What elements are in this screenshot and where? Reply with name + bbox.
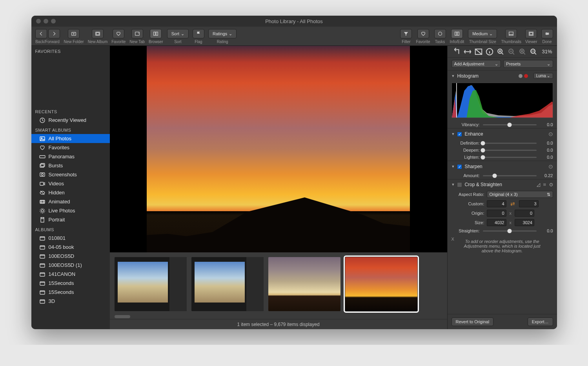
sidebar-item-animated[interactable]: Animated xyxy=(31,197,110,206)
favorite-button[interactable] xyxy=(113,29,124,38)
disclosure-triangle-icon: ▼ xyxy=(451,183,455,187)
enhance-header[interactable]: ▼ ✓ Enhance ⊙ xyxy=(448,129,557,140)
export-button[interactable]: Export… xyxy=(528,317,553,326)
filter-button[interactable] xyxy=(400,29,412,38)
new-folder-button[interactable] xyxy=(68,29,80,38)
thumbnail-1[interactable] xyxy=(115,257,187,311)
lighten-slider[interactable]: Lighten:0.0 xyxy=(448,154,557,161)
zoom-100-icon[interactable]: 100 xyxy=(529,48,538,56)
done-button[interactable] xyxy=(541,29,553,38)
sidebar-album-100eos5d-1-[interactable]: 100EOS5D (1) xyxy=(31,261,110,270)
sidebar-item-live-photos[interactable]: Live Photos xyxy=(31,206,110,215)
definition-slider[interactable]: Definition:0.0 xyxy=(448,140,557,147)
sidebar-item-all-photos[interactable]: All Photos xyxy=(31,134,110,143)
histogram-header[interactable]: ▼ Histogram Luma ⌄ xyxy=(448,71,557,81)
thumbnail-2[interactable] xyxy=(191,257,264,311)
sidebar-item-bursts[interactable]: Bursts xyxy=(31,161,110,170)
main-image-viewer[interactable] xyxy=(110,46,447,252)
histogram-mode-select[interactable]: Luma ⌄ xyxy=(533,73,553,79)
sidebar-album-010801[interactable]: 010801 xyxy=(31,234,110,243)
disclosure-triangle-icon: ▼ xyxy=(451,165,455,169)
sidebar-album-15seconds[interactable]: 15Seconds xyxy=(31,279,110,288)
vibrancy-slider[interactable]: Vibrancy: 0.0 xyxy=(448,121,557,128)
traffic-lights xyxy=(36,19,56,24)
sidebar-album-3d[interactable]: 3D xyxy=(31,297,110,306)
thumbnails-button[interactable] xyxy=(505,29,517,38)
zoom-window-button[interactable] xyxy=(51,19,56,24)
aspect-ratio-select[interactable]: Original (4 x 3)⇅ xyxy=(487,191,553,198)
crop-header[interactable]: ▼ Crop & Straighten ◿ ⌗ ⊙ xyxy=(448,179,557,190)
sharpen-header[interactable]: ▼ ✓ Sharpen ⊙ xyxy=(448,161,557,172)
sidebar-item-portrait[interactable]: Portrait xyxy=(31,215,110,224)
enhance-checkbox[interactable]: ✓ xyxy=(457,132,462,137)
sidebar-item-hidden[interactable]: Hidden xyxy=(31,188,110,197)
amount-slider[interactable]: Amount:0.22 xyxy=(448,172,557,179)
tasks-button[interactable] xyxy=(434,29,446,38)
presets-menu[interactable]: Presets⌄ xyxy=(503,60,553,68)
sidebar-item-videos[interactable]: Videos xyxy=(31,179,110,188)
sidebar-item-favorites[interactable]: Favorites xyxy=(31,143,110,152)
more-icon[interactable]: ⊙ xyxy=(548,163,553,170)
sidebar-album-15seconds[interactable]: 15Seconds xyxy=(31,288,110,297)
sidebar-album-100eos5d[interactable]: 100EOS5D xyxy=(31,252,110,261)
sidebar-album-04-05-book[interactable]: 04-05 book xyxy=(31,243,110,252)
sidebar-item-label: Screenshots xyxy=(49,172,77,178)
info-icon[interactable] xyxy=(485,48,494,56)
back-button[interactable] xyxy=(35,29,47,38)
deepen-slider[interactable]: Deepen:0.0 xyxy=(448,147,557,154)
flag-button[interactable] xyxy=(193,29,204,38)
straighten-tool-icon[interactable]: ◿ xyxy=(537,182,540,187)
enhance-section: ▼ ✓ Enhance ⊙ Definition:0.0 Deepen:0.0 … xyxy=(448,128,557,161)
sharpen-title: Sharpen xyxy=(464,164,482,169)
add-adjustment-menu[interactable]: Add Adjustment⌄ xyxy=(451,60,501,68)
sidebar-favorites-header: FAVORITES xyxy=(31,46,110,55)
custom-width-input[interactable] xyxy=(487,200,506,207)
revert-button[interactable]: Revert to Original xyxy=(451,317,494,326)
more-icon[interactable]: ⊙ xyxy=(548,131,553,137)
new-album-button[interactable] xyxy=(92,29,104,38)
sharpen-checkbox[interactable]: ✓ xyxy=(457,164,462,169)
origin-x-input[interactable] xyxy=(487,210,506,217)
thumbnail-3[interactable] xyxy=(268,257,340,311)
forward-button[interactable] xyxy=(48,29,60,38)
toolbar: Back/Forward New Folder New Album Favori… xyxy=(31,27,557,46)
ratings-menu[interactable]: Ratings⌄ xyxy=(208,29,237,38)
zoom-out-icon[interactable] xyxy=(507,48,516,56)
red-dot-icon[interactable] xyxy=(524,74,528,78)
clock-icon xyxy=(39,118,46,123)
rotate-icon[interactable] xyxy=(452,48,461,56)
custom-height-input[interactable] xyxy=(519,200,539,207)
sidebar-album-141canon[interactable]: 141CANON xyxy=(31,270,110,279)
swap-icon[interactable]: ⇄ xyxy=(509,201,517,207)
fit-icon[interactable] xyxy=(463,48,472,56)
straighten-slider[interactable]: Straighten:0.0 xyxy=(448,227,557,234)
size-h-input[interactable] xyxy=(515,219,534,226)
close-window-button[interactable] xyxy=(36,19,41,24)
info-edit-button[interactable] xyxy=(451,29,463,38)
close-help-button[interactable]: X xyxy=(451,237,454,241)
browser-button[interactable] xyxy=(150,29,162,38)
viewer-button[interactable] xyxy=(525,29,537,38)
new-album-label: New Album xyxy=(88,40,108,44)
grey-dot-icon[interactable] xyxy=(519,74,522,78)
thumbnail-4-selected[interactable] xyxy=(345,257,417,311)
histogram-dots xyxy=(519,74,528,78)
sidebar-item-panoramas[interactable]: Panoramas xyxy=(31,152,110,161)
filmstrip-scrollbar[interactable] xyxy=(115,315,130,318)
crop-checkbox[interactable] xyxy=(457,182,462,187)
zoom-in-icon[interactable] xyxy=(496,48,505,56)
sidebar-item-recently-viewed[interactable]: Recently Viewed xyxy=(31,116,110,125)
crop-tool-icon[interactable]: ⌗ xyxy=(543,182,546,187)
minimize-window-button[interactable] xyxy=(44,19,48,24)
new-tab-button[interactable] xyxy=(131,29,143,38)
folder-icon xyxy=(39,263,46,268)
favorite-button-2[interactable] xyxy=(417,29,429,38)
thumbnail-size-menu[interactable]: Medium⌄ xyxy=(468,29,497,38)
zoom-reset-icon[interactable] xyxy=(518,48,527,56)
origin-y-input[interactable] xyxy=(515,210,534,217)
sort-menu[interactable]: Sort⌄ xyxy=(167,29,189,38)
more-icon[interactable]: ⊙ xyxy=(549,182,553,187)
compare-icon[interactable] xyxy=(474,48,483,56)
size-w-input[interactable] xyxy=(487,219,506,226)
sidebar-item-screenshots[interactable]: Screenshots xyxy=(31,170,110,179)
